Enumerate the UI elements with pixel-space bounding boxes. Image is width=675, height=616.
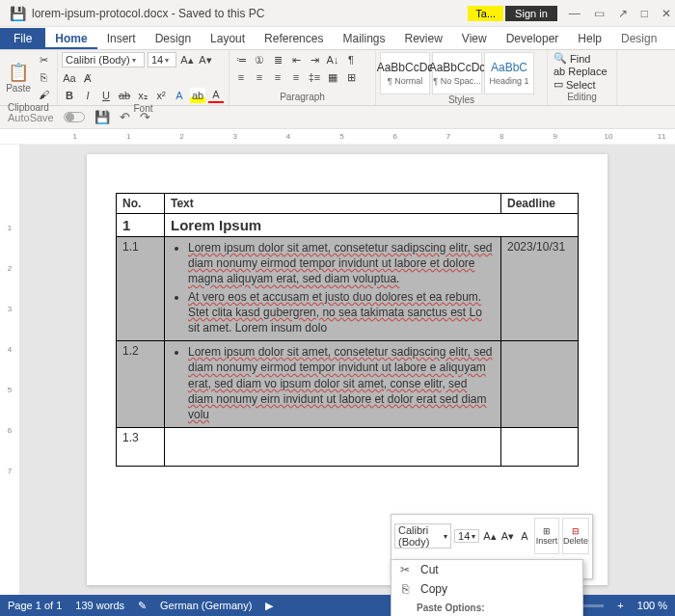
- multilevel-icon[interactable]: ≣: [270, 52, 285, 67]
- align-left-icon[interactable]: ≡: [233, 69, 249, 85]
- status-words[interactable]: 139 words: [75, 600, 124, 611]
- tab-help[interactable]: Help: [568, 28, 611, 49]
- line-spacing-icon[interactable]: ‡≡: [307, 69, 322, 85]
- col-header-no[interactable]: No.: [117, 194, 165, 214]
- sign-in-button[interactable]: Sign in: [505, 6, 557, 21]
- numbering-icon[interactable]: ①: [252, 52, 267, 67]
- status-language[interactable]: German (Germany): [160, 600, 252, 611]
- replace-button[interactable]: abReplace: [552, 66, 612, 77]
- ribbon-display-icon[interactable]: ▭: [594, 7, 605, 20]
- strike-icon[interactable]: ab: [117, 88, 132, 103]
- align-right-icon[interactable]: ≡: [270, 69, 285, 85]
- font-name-select[interactable]: Calibri (Body)▾: [62, 52, 145, 67]
- cell-text[interactable]: Lorem ipsum dolor sit amet, consetetur s…: [165, 237, 501, 341]
- tab-developer[interactable]: Developer: [497, 28, 569, 49]
- cell-deadline[interactable]: [501, 341, 579, 428]
- format-painter-icon[interactable]: 🖌: [36, 87, 51, 102]
- cell-title[interactable]: Lorem Ipsum: [165, 214, 579, 237]
- macro-icon[interactable]: ▶: [265, 600, 273, 612]
- mini-font-size[interactable]: 14▾: [454, 529, 479, 543]
- ctx-copy[interactable]: ⎘Copy: [392, 579, 582, 599]
- ctx-cut[interactable]: ✂Cut: [392, 560, 582, 579]
- clear-format-icon[interactable]: A̸: [80, 70, 95, 86]
- zoom-value[interactable]: 100 %: [637, 600, 667, 611]
- bold-icon[interactable]: B: [62, 88, 77, 103]
- mini-insert-button[interactable]: ⊞Insert: [534, 518, 559, 554]
- grow-font-icon[interactable]: A▴: [179, 52, 195, 67]
- tab-references[interactable]: References: [255, 28, 333, 49]
- cell-text[interactable]: Lorem ipsum dolor sit amet, consetetur s…: [165, 341, 501, 428]
- mini-shrink-font-icon[interactable]: A▾: [500, 527, 515, 545]
- align-center-icon[interactable]: ≡: [252, 69, 267, 85]
- tab-table-design[interactable]: Design: [611, 28, 666, 49]
- autosave-toggle[interactable]: [64, 112, 85, 122]
- cut-icon[interactable]: ✂: [36, 52, 51, 67]
- font-size-select[interactable]: 14▾: [148, 52, 176, 67]
- show-marks-icon[interactable]: ¶: [343, 52, 359, 67]
- increase-indent-icon[interactable]: ⇥: [307, 52, 322, 67]
- redo-icon[interactable]: ↷: [140, 110, 150, 124]
- ruler-horizontal[interactable]: 11234567891011: [0, 129, 675, 145]
- bullets-icon[interactable]: ≔: [233, 52, 249, 67]
- minimize-icon[interactable]: —: [569, 7, 580, 20]
- style-no-spacing[interactable]: AaBbCcDc¶ No Spac...: [432, 52, 482, 94]
- highlight-icon[interactable]: ab: [190, 88, 205, 103]
- sort-icon[interactable]: A↓: [325, 52, 340, 67]
- spellcheck-icon[interactable]: ✎: [138, 600, 147, 612]
- copy-icon[interactable]: ⎘: [36, 69, 51, 85]
- tab-mailings[interactable]: Mailings: [333, 28, 394, 49]
- justify-icon[interactable]: ≡: [288, 69, 304, 85]
- style-heading1[interactable]: AaBbCHeading 1: [484, 52, 534, 94]
- list-item[interactable]: Lorem ipsum dolor sit amet, consetetur s…: [188, 344, 495, 422]
- change-case-icon[interactable]: Aa: [62, 70, 77, 86]
- col-header-text[interactable]: Text: [165, 194, 501, 214]
- style-normal[interactable]: AaBbCcDc¶ Normal: [380, 52, 430, 94]
- decrease-indent-icon[interactable]: ⇤: [288, 52, 304, 67]
- tab-table-layout[interactable]: Layout: [666, 28, 675, 49]
- undo-icon[interactable]: ↶: [120, 110, 130, 124]
- tab-layout[interactable]: Layout: [201, 28, 255, 49]
- tab-design[interactable]: Design: [146, 28, 201, 49]
- tab-review[interactable]: Review: [394, 28, 451, 49]
- maximize-icon[interactable]: □: [641, 7, 648, 20]
- close-icon[interactable]: ✕: [662, 7, 671, 20]
- shading-icon[interactable]: ▦: [325, 69, 340, 85]
- cell-no-title[interactable]: 1: [117, 214, 165, 237]
- text-effects-icon[interactable]: A: [172, 88, 187, 103]
- underline-icon[interactable]: U: [98, 88, 114, 103]
- borders-icon[interactable]: ⊞: [343, 69, 359, 85]
- ruler-vertical[interactable]: 1234567: [0, 145, 19, 595]
- share-icon[interactable]: ↗: [618, 7, 628, 20]
- font-color-icon[interactable]: A: [208, 88, 224, 103]
- cell-text[interactable]: [165, 428, 501, 467]
- select-button[interactable]: ▭Select: [552, 78, 612, 91]
- tab-insert[interactable]: Insert: [97, 28, 146, 49]
- cell-deadline[interactable]: 2023/10/31: [501, 237, 579, 341]
- col-header-deadline[interactable]: Deadline: [501, 194, 579, 214]
- list-item[interactable]: Lorem ipsum dolor sit amet, consetetur s…: [188, 240, 495, 287]
- styles-gallery[interactable]: AaBbCcDc¶ Normal AaBbCcDc¶ No Spac... Aa…: [380, 52, 543, 94]
- cell-deadline[interactable]: [501, 428, 579, 467]
- table-tools-tab[interactable]: Ta...: [468, 6, 503, 21]
- mini-grow-font-icon[interactable]: A▴: [482, 527, 497, 545]
- tab-home[interactable]: Home: [45, 28, 96, 49]
- cell-no[interactable]: 1.3: [117, 428, 165, 467]
- tab-file[interactable]: File: [0, 28, 45, 49]
- mini-styles-icon[interactable]: A: [518, 527, 531, 545]
- shrink-font-icon[interactable]: A▾: [198, 52, 213, 67]
- save-icon[interactable]: 💾: [94, 110, 110, 124]
- status-page[interactable]: Page 1 of 1: [8, 600, 62, 611]
- list-item[interactable]: At vero eos et accusam et justo duo dolo…: [188, 289, 495, 336]
- subscript-icon[interactable]: x₂: [135, 88, 150, 103]
- mini-delete-button[interactable]: ⊟Delete: [562, 518, 589, 554]
- document-table[interactable]: No. Text Deadline 1 Lorem Ipsum 1.1 Lore…: [116, 193, 579, 467]
- mini-font-name[interactable]: Calibri (Body)▾: [394, 523, 451, 549]
- zoom-in-icon[interactable]: +: [617, 600, 623, 611]
- tab-view[interactable]: View: [452, 28, 497, 49]
- paste-button[interactable]: 📋 Paste: [4, 60, 33, 94]
- cell-no[interactable]: 1.2: [117, 341, 165, 428]
- superscript-icon[interactable]: x²: [153, 88, 169, 103]
- cell-no[interactable]: 1.1: [117, 237, 165, 341]
- find-button[interactable]: 🔍Find: [552, 52, 612, 65]
- italic-icon[interactable]: I: [80, 88, 95, 103]
